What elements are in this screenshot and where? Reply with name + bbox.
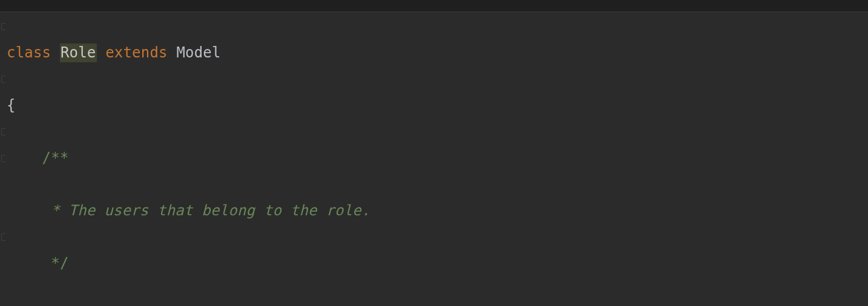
gutter-fold-mark — [1, 155, 5, 162]
code-editor[interactable]: class Role extends Model { /** * The use… — [0, 0, 868, 306]
docblock-close: */ — [42, 255, 69, 272]
gutter-fold-mark — [1, 128, 5, 135]
docblock-star: * — [42, 202, 60, 219]
keyword-extends: extends — [105, 44, 168, 61]
gutter-fold-mark — [1, 76, 5, 83]
editor-top-border — [0, 0, 868, 12]
docblock-open: /** — [42, 149, 69, 166]
docblock-text: The users that belong to the role. — [60, 202, 370, 219]
classname-role: Role — [60, 44, 97, 62]
editor-gutter — [0, 12, 6, 306]
keyword-class: class — [7, 44, 51, 61]
code-area[interactable]: class Role extends Model { /** * The use… — [7, 13, 524, 306]
superclass-model: Model — [176, 44, 220, 61]
gutter-fold-mark — [1, 233, 5, 241]
gutter-fold-mark — [1, 23, 5, 30]
brace-open: { — [7, 97, 16, 114]
